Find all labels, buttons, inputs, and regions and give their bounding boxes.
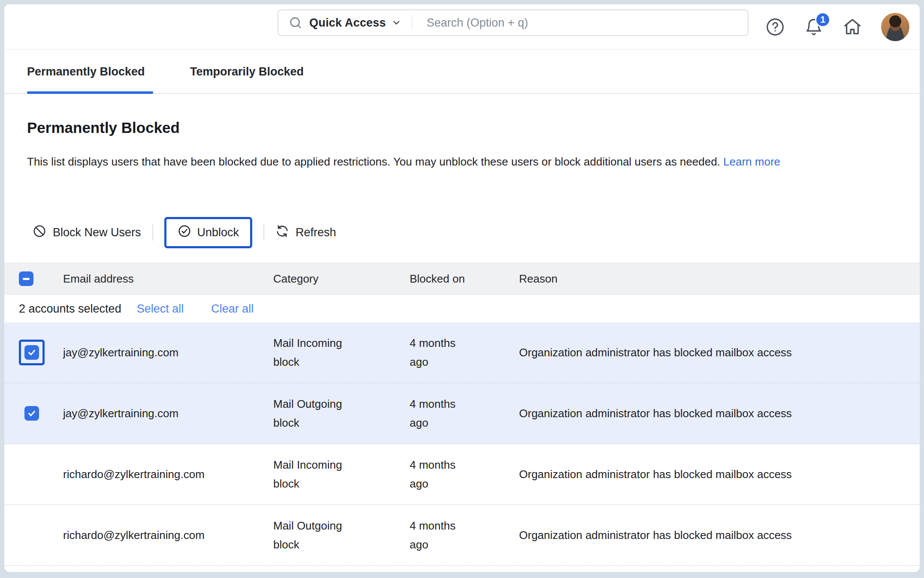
tab-temporarily-blocked[interactable]: Temporarily Blocked (190, 50, 304, 93)
page-title: Permanently Blocked (27, 119, 180, 136)
cell-blocked-on: 4 months ago (410, 455, 466, 493)
column-header-category[interactable]: Category (273, 272, 410, 286)
tab-bar: Permanently Blocked Temporarily Blocked (4, 50, 920, 94)
indeterminate-icon (23, 278, 30, 280)
row-checkbox-ring (19, 400, 45, 426)
description-text: This list displays users that have been … (27, 155, 720, 168)
block-new-users-label: Block New Users (53, 226, 141, 239)
block-icon (33, 224, 46, 241)
cell-email: richardo@zylkertraining.com (63, 468, 273, 481)
clear-all-link[interactable]: Clear all (211, 302, 254, 316)
page-description: This list displays users that have been … (27, 151, 895, 172)
column-header-blocked-on[interactable]: Blocked on (410, 272, 519, 286)
actions-toolbar: Block New Users Unblock Refresh (33, 215, 336, 250)
help-button[interactable] (765, 17, 785, 37)
row-checkbox-ring (19, 461, 45, 487)
cell-category: Mail Incoming block (273, 334, 355, 371)
selection-bar: 2 accounts selected Select all Clear all (4, 295, 920, 322)
cell-reason: Organization administrator has blocked m… (519, 346, 920, 359)
search-divider (412, 15, 412, 30)
table-row[interactable]: richardo@zylkertraining.com Mail Outgoin… (4, 505, 920, 566)
unblock-button[interactable]: Unblock (164, 217, 253, 248)
cell-email: richardo@zylkertraining.com (63, 529, 273, 542)
notification-badge: 1 (815, 12, 830, 27)
user-avatar[interactable] (881, 13, 909, 41)
block-new-users-button[interactable]: Block New Users (33, 224, 141, 241)
column-header-email[interactable]: Email address (63, 272, 273, 286)
check-icon (27, 348, 36, 357)
select-all-checkbox[interactable] (19, 271, 33, 286)
cell-email: jay@zylkertraining.com (63, 407, 273, 420)
app-window: Quick Access Search (Option + q) 1 Perma… (4, 4, 920, 572)
search-input[interactable]: Search (Option + q) (427, 16, 528, 30)
row-checkbox-ring (19, 522, 45, 548)
cell-blocked-on: 4 months ago (410, 394, 466, 432)
cell-category: Mail Outgoing block (273, 516, 355, 554)
chevron-down-icon (391, 18, 402, 28)
unblock-check-icon (178, 224, 191, 241)
column-header-reason[interactable]: Reason (519, 272, 920, 286)
notifications-button[interactable]: 1 (804, 17, 824, 37)
quick-access-dropdown[interactable]: Quick Access (309, 16, 386, 30)
cell-reason: Organization administrator has blocked m… (519, 529, 920, 542)
refresh-button[interactable]: Refresh (275, 224, 336, 241)
learn-more-link[interactable]: Learn more (723, 155, 780, 168)
active-tab-indicator (27, 91, 153, 94)
toolbar-divider (152, 224, 153, 241)
table-body: jay@zylkertraining.com Mail Incoming blo… (4, 322, 920, 566)
cell-blocked-on: 4 months ago (410, 334, 466, 371)
table-row[interactable]: jay@zylkertraining.com Mail Outgoing blo… (4, 383, 920, 444)
refresh-label: Refresh (296, 226, 336, 239)
row-checkbox[interactable] (24, 345, 39, 360)
toolbar-divider (263, 224, 264, 241)
cell-email: jay@zylkertraining.com (63, 346, 273, 359)
refresh-icon (275, 224, 289, 241)
cell-reason: Organization administrator has blocked m… (519, 407, 920, 420)
row-checkbox[interactable] (24, 406, 39, 421)
cell-blocked-on: 4 months ago (410, 516, 466, 554)
cell-category: Mail Incoming block (273, 455, 355, 493)
table-header: Email address Category Blocked on Reason (4, 262, 920, 295)
home-button[interactable] (842, 17, 862, 37)
table-row[interactable]: richardo@zylkertraining.com Mail Incomin… (4, 444, 920, 505)
cell-reason: Organization administrator has blocked m… (519, 468, 920, 481)
row-checkbox-ring (19, 340, 45, 365)
table-row[interactable]: jay@zylkertraining.com Mail Incoming blo… (4, 322, 920, 383)
check-icon (27, 409, 36, 418)
unblock-label: Unblock (197, 226, 239, 239)
search-icon (289, 16, 302, 30)
global-search[interactable]: Quick Access Search (Option + q) (278, 9, 749, 36)
selection-summary: 2 accounts selected (19, 302, 121, 316)
topbar: Quick Access Search (Option + q) 1 (4, 4, 920, 50)
select-all-link[interactable]: Select all (137, 302, 184, 316)
cell-category: Mail Outgoing block (273, 394, 355, 432)
tab-permanently-blocked[interactable]: Permanently Blocked (27, 50, 145, 93)
